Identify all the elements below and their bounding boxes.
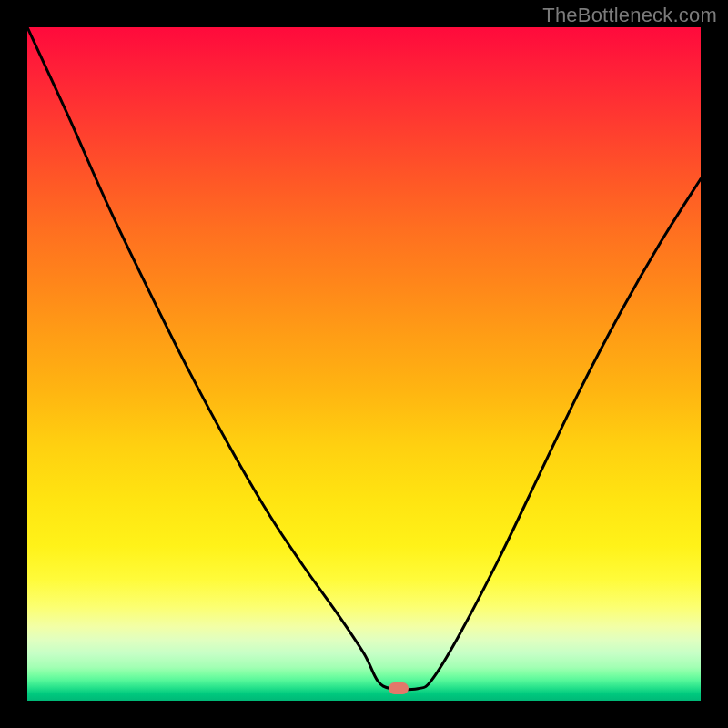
attribution-text: TheBottleneck.com [542, 4, 717, 27]
bottleneck-curve [27, 27, 701, 701]
chart-frame: TheBottleneck.com [0, 0, 728, 728]
optimum-marker [389, 682, 409, 694]
plot-area [27, 27, 701, 701]
